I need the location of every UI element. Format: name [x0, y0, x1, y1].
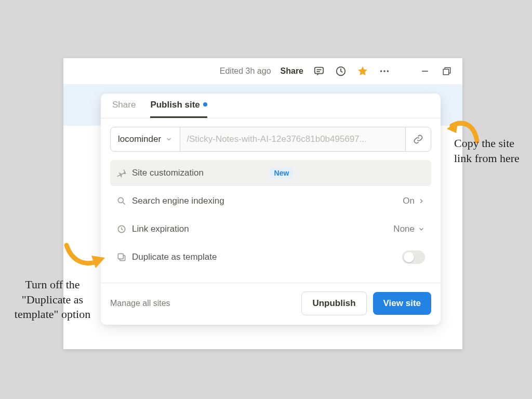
pin-icon	[116, 168, 127, 178]
unpublish-button[interactable]: Unpublish	[301, 291, 366, 315]
link-expiration-value: None	[393, 224, 425, 234]
published-indicator-dot	[203, 102, 207, 107]
duplicate-as-template-label: Duplicate as template	[132, 252, 402, 262]
clock-icon	[116, 224, 127, 234]
row-site-customization[interactable]: Site customization New	[110, 160, 431, 186]
site-domain-dropdown[interactable]: locominder	[111, 127, 180, 151]
maximize-icon[interactable]	[441, 65, 453, 77]
tab-publish-site[interactable]: Publish site	[150, 100, 207, 118]
row-duplicate-as-template: Duplicate as template	[110, 244, 431, 270]
svg-point-6	[387, 70, 389, 72]
tab-share[interactable]: Share	[112, 100, 136, 118]
new-badge: New	[270, 168, 294, 178]
annotation-arrow-duplicate	[61, 240, 108, 278]
search-indexing-value: On	[403, 196, 425, 206]
manage-all-sites-link[interactable]: Manage all sites	[110, 299, 295, 308]
link-expiration-label: Link expiration	[132, 224, 393, 234]
view-site-button[interactable]: View site	[373, 292, 431, 315]
link-icon	[413, 134, 423, 144]
svg-rect-14	[118, 254, 123, 259]
svg-line-11	[123, 203, 125, 205]
titlebar: Edited 3h ago Share	[63, 58, 462, 84]
search-icon	[116, 196, 127, 206]
chevron-right-icon	[418, 197, 425, 205]
minimize-icon[interactable]	[419, 65, 431, 77]
site-domain-text: locominder	[118, 134, 161, 144]
publish-popover: Share Publish site locominder /Sticky-No…	[101, 94, 441, 325]
tab-publish-label: Publish site	[150, 100, 200, 110]
svg-point-5	[383, 70, 385, 72]
svg-rect-9	[443, 69, 449, 75]
site-path-field[interactable]: /Sticky-Notes-with-AI-12e376c81b0b495697…	[180, 127, 405, 151]
annotation-copy-link-text: Copy the site link from here	[454, 136, 527, 166]
annotation-duplicate-text: Turn off the "Duplicate as template" opt…	[6, 277, 99, 322]
search-indexing-label: Search engine indexing	[132, 196, 403, 206]
chevron-down-icon	[165, 136, 172, 143]
duplicate-icon	[116, 252, 127, 262]
share-button[interactable]: Share	[281, 66, 303, 76]
site-customization-label: Site customization	[132, 168, 264, 178]
edited-timestamp: Edited 3h ago	[220, 66, 271, 76]
chevron-down-icon	[418, 225, 425, 233]
popover-footer: Manage all sites Unpublish View site	[101, 283, 441, 325]
svg-rect-0	[315, 68, 324, 74]
favorite-star-icon[interactable]	[356, 65, 369, 77]
row-link-expiration[interactable]: Link expiration None	[110, 216, 431, 242]
comments-icon[interactable]	[313, 65, 325, 77]
duplicate-as-template-toggle[interactable]	[402, 250, 425, 264]
popover-tabs: Share Publish site	[101, 94, 441, 118]
site-url-row: locominder /Sticky-Notes-with-AI-12e376c…	[110, 127, 431, 152]
copy-link-button[interactable]	[405, 127, 431, 151]
row-search-indexing[interactable]: Search engine indexing On	[110, 188, 431, 214]
svg-point-4	[380, 70, 382, 72]
history-icon[interactable]	[335, 65, 347, 77]
svg-point-10	[118, 197, 123, 203]
more-menu-icon[interactable]	[378, 65, 391, 77]
